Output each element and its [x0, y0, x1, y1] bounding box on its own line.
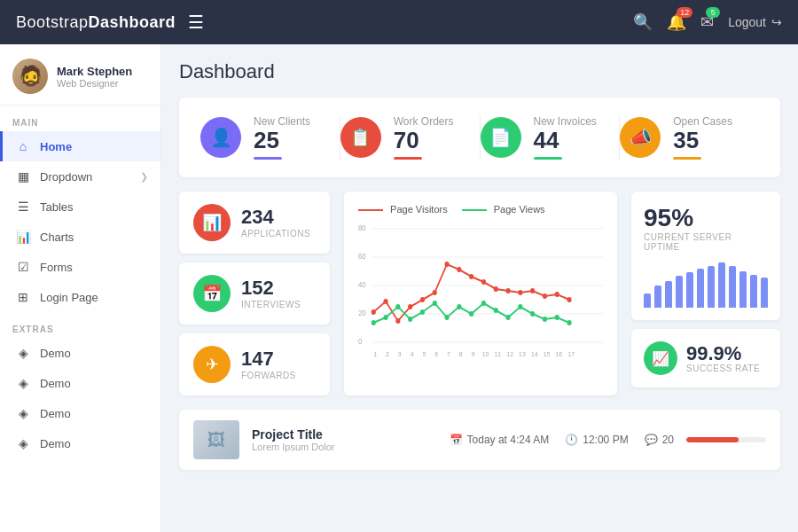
sidebar-item-charts-label: Charts	[40, 231, 148, 244]
svg-point-49	[433, 301, 437, 306]
svg-point-36	[481, 279, 486, 285]
sidebar-item-demo-2[interactable]: ◈ Demo	[0, 368, 160, 398]
svg-text:4: 4	[411, 350, 414, 359]
svg-point-43	[567, 297, 571, 302]
svg-text:1: 1	[373, 350, 377, 359]
home-icon: ⌂	[15, 139, 31, 153]
sidebar-item-login[interactable]: ⊞ Login Page	[0, 282, 160, 312]
stat-work-orders: 📋 Work Orders 70	[340, 115, 480, 160]
demo3-icon: ◈	[15, 406, 31, 420]
hamburger-icon[interactable]: ☰	[188, 12, 204, 33]
right-col: 95% CURRENT SERVER UPTIME	[631, 192, 780, 395]
sidebar-item-forms-label: Forms	[40, 261, 148, 274]
small-cards-col: 📊 234 APPLICATIONS 📅 152 INTERVIEWS ✈	[179, 192, 330, 395]
sidebar-item-demo-3[interactable]: ◈ Demo	[0, 398, 160, 428]
svg-point-57	[530, 311, 535, 317]
stat-icon-new-invoices: 📄	[481, 117, 521, 158]
stat-icon-new-clients: 👤	[200, 117, 241, 158]
stat-line-new-invoices	[534, 157, 562, 160]
sidebar-item-dropdown-label: Dropdown	[40, 170, 131, 184]
svg-point-30	[408, 304, 412, 309]
svg-text:14: 14	[531, 350, 538, 359]
chart-legend: Page Visitors Page Views	[358, 204, 603, 215]
stat-line-new-clients	[254, 157, 282, 160]
avatar: 🧔	[12, 59, 48, 94]
logout-button[interactable]: Logout ↪	[728, 15, 782, 29]
svg-point-52	[469, 311, 473, 317]
bar-9	[729, 266, 736, 308]
svg-point-50	[444, 315, 449, 320]
bar-6	[697, 269, 704, 308]
project-meta: 📅 Today at 4:24 AM 🕛 12:00 PM 💬 20	[450, 434, 674, 446]
svg-point-46	[395, 304, 400, 309]
bar-5	[686, 272, 693, 308]
applications-label: APPLICATIONS	[241, 229, 310, 239]
stat-icon-work-orders: 📋	[340, 117, 381, 158]
sidebar-item-home[interactable]: ⌂ Home	[0, 131, 160, 161]
demo1-icon: ◈	[15, 346, 31, 360]
middle-row: 📊 234 APPLICATIONS 📅 152 INTERVIEWS ✈	[179, 192, 780, 395]
svg-point-28	[383, 299, 387, 304]
user-name: Mark Stephen	[57, 65, 132, 78]
messages-badge: 5	[706, 7, 720, 18]
sidebar-item-dropdown[interactable]: ▦ Dropdown ❯	[0, 161, 160, 192]
bar-10	[739, 271, 747, 308]
svg-point-53	[481, 301, 486, 306]
svg-text:9: 9	[472, 350, 475, 359]
svg-text:6: 6	[434, 350, 438, 359]
svg-text:16: 16	[556, 350, 563, 359]
svg-point-56	[518, 304, 522, 309]
sidebar-item-tables[interactable]: ☰ Tables	[0, 192, 160, 222]
legend-visitors: Page Visitors	[358, 204, 448, 215]
search-button[interactable]: 🔍	[633, 12, 653, 32]
tables-icon: ☰	[15, 200, 31, 214]
stat-value-new-clients: 25	[254, 128, 310, 153]
svg-point-31	[420, 297, 425, 302]
svg-point-27	[372, 309, 376, 315]
topnav: BootstrapDashboard ☰ 🔍 🔔 12 ✉ 5 Logout ↪	[0, 0, 798, 44]
stat-new-clients: 👤 New Clients 25	[200, 115, 340, 160]
logout-icon: ↪	[771, 15, 782, 29]
svg-point-37	[494, 286, 498, 292]
progress-bar-inner	[686, 437, 739, 442]
sidebar-item-demo-4[interactable]: ◈ Demo	[0, 428, 160, 458]
svg-text:13: 13	[519, 350, 526, 359]
svg-point-39	[518, 290, 522, 295]
svg-text:7: 7	[447, 350, 450, 359]
project-thumbnail: 🖼	[193, 420, 239, 459]
sidebar-item-demo-1[interactable]: ◈ Demo	[0, 338, 160, 368]
notifications-button[interactable]: 🔔 12	[667, 12, 686, 32]
stat-label-new-invoices: New Invoices	[534, 115, 597, 128]
sidebar-extras-label: EXTRAS	[0, 312, 160, 338]
stat-icon-open-cases: 📣	[620, 117, 661, 158]
svg-text:11: 11	[495, 350, 502, 359]
project-card: 🖼 Project Title Lorem Ipsum Dolor 📅 Toda…	[179, 410, 780, 470]
bar-12	[761, 278, 768, 308]
bar-3	[665, 281, 672, 308]
user-role: Web Designer	[57, 78, 132, 89]
svg-point-47	[408, 317, 412, 322]
project-subtitle: Lorem Ipsum Dolor	[252, 442, 437, 452]
svg-text:15: 15	[544, 350, 551, 359]
sidebar-item-forms[interactable]: ☑ Forms	[0, 252, 160, 282]
svg-text:10: 10	[482, 350, 489, 359]
page-title: Dashboard	[179, 60, 780, 83]
stat-label-work-orders: Work Orders	[394, 115, 454, 128]
svg-text:5: 5	[422, 350, 426, 359]
interviews-icon: 📅	[193, 275, 231, 312]
interviews-label: INTERVIEWS	[241, 300, 301, 309]
bar-1	[644, 293, 651, 309]
sidebar-item-login-label: Login Page	[40, 291, 148, 304]
stat-open-cases: 📣 Open Cases 35	[620, 115, 759, 160]
success-card: 📈 99.9% SUCCESS RATE	[631, 329, 780, 387]
topnav-icons: 🔍 🔔 12 ✉ 5 Logout ↪	[633, 12, 782, 32]
main-layout: 🧔 Mark Stephen Web Designer MAIN ⌂ Home …	[0, 44, 798, 532]
svg-text:3: 3	[398, 350, 402, 359]
svg-point-55	[505, 315, 510, 320]
svg-text:20: 20	[358, 308, 366, 317]
sidebar-item-charts[interactable]: 📊 Charts	[0, 222, 160, 252]
messages-button[interactable]: ✉ 5	[700, 12, 714, 32]
stat-new-invoices: 📄 New Invoices 44	[481, 115, 620, 160]
small-card-forwards: ✈ 147 FORWARDS	[179, 333, 330, 395]
bar-7	[708, 266, 715, 308]
